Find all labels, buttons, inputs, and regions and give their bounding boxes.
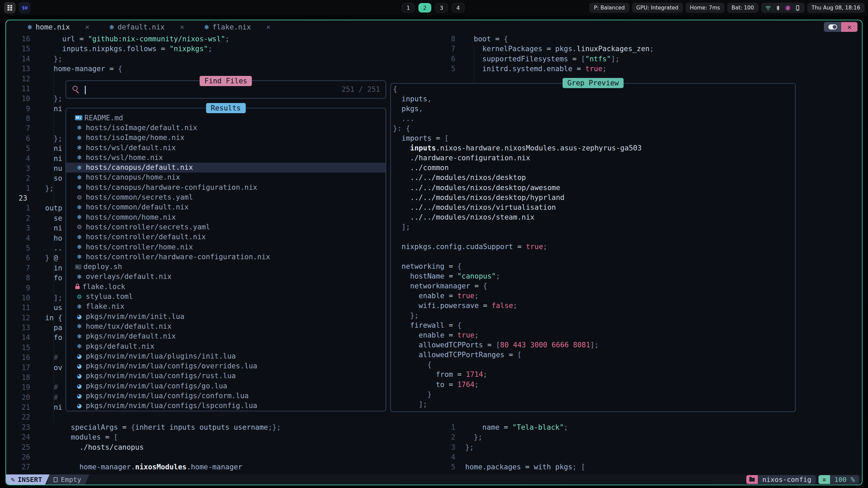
nix-file-icon: ❄ bbox=[75, 164, 84, 171]
line-number: 23 bbox=[12, 423, 30, 432]
line-number: 17 bbox=[12, 363, 30, 373]
nix-file-icon: ❄ bbox=[75, 303, 84, 310]
status-module[interactable]: GPU: Integrated bbox=[632, 3, 683, 13]
code-line[interactable]: boot = { bbox=[465, 34, 508, 44]
result-item[interactable]: ❄hosts/canopus/hardware-configuration.ni… bbox=[66, 182, 386, 192]
result-item[interactable]: ❄hosts/wsl/home.nix bbox=[66, 152, 386, 162]
clock-module[interactable]: Thu Aug 08, 18:16 bbox=[807, 3, 865, 13]
workspace-button-3[interactable]: 3 bbox=[435, 3, 448, 13]
pin-toggle-button[interactable] bbox=[824, 22, 841, 32]
result-item[interactable]: ❄hosts/controller/hardware-configuration… bbox=[66, 252, 386, 262]
result-item[interactable]: ❄hosts/isoImage/home.nix bbox=[66, 133, 386, 143]
code-line[interactable]: # bbox=[45, 353, 58, 363]
tab-close-icon[interactable]: × bbox=[85, 23, 90, 31]
code-line[interactable]: url = "github:nix-community/nixos-wsl"; bbox=[45, 34, 230, 44]
code-line[interactable]: initrd.systemd.enable = true; bbox=[465, 64, 607, 74]
code-line[interactable]: modules = [ bbox=[45, 432, 118, 442]
code-line[interactable]: # bbox=[45, 383, 58, 392]
result-item[interactable]: flake.lock bbox=[66, 282, 386, 291]
preview-line: from = 1714; bbox=[393, 370, 487, 380]
system-tray[interactable] bbox=[761, 3, 805, 13]
line-number: 15 bbox=[12, 343, 30, 353]
result-item[interactable]: ❄pkgs/nvim/default.nix bbox=[66, 331, 386, 341]
lua-file-icon: ◕ bbox=[75, 392, 84, 399]
code-line[interactable]: }; bbox=[45, 184, 54, 194]
finder-results: M↓README.md❄hosts/isoImage/default.nix❄h… bbox=[65, 108, 386, 411]
result-item[interactable]: ❄overlays/default.nix bbox=[66, 272, 386, 282]
tab-home.nix[interactable]: ❄home.nix× bbox=[27, 20, 90, 34]
nix-file-icon: ❄ bbox=[75, 243, 84, 250]
result-item[interactable]: ❄pkgs/default.nix bbox=[66, 341, 386, 351]
result-item[interactable]: ❄hosts/wsl/default.nix bbox=[66, 143, 386, 152]
result-item[interactable]: ⚙stylua.toml bbox=[66, 291, 386, 301]
line-number: 16 bbox=[12, 353, 30, 363]
result-item[interactable]: ◕pkgs/nvim/nvim/lua/configs/go.lua bbox=[66, 381, 386, 391]
result-item[interactable]: ◕pkgs/nvim/nvim/lua/configs/lspconfig.lu… bbox=[66, 401, 386, 411]
status-module[interactable]: Home: 7ms bbox=[686, 3, 725, 13]
code-line[interactable]: # bbox=[45, 393, 58, 403]
tab-close-icon[interactable]: × bbox=[180, 23, 184, 31]
code-line[interactable]: inputs.nixpkgs.follows = "nixpkgs"; bbox=[45, 44, 212, 54]
preview-line: networking = { bbox=[393, 262, 461, 271]
result-item[interactable]: >_deploy.sh bbox=[66, 262, 386, 272]
privacy-icon[interactable] bbox=[785, 5, 791, 11]
code-line[interactable]: home-manager.nixosModules.home-manager bbox=[45, 462, 242, 472]
lua-file-icon: ◕ bbox=[75, 363, 84, 369]
result-item[interactable]: ❄hosts/controller/home.nix bbox=[66, 242, 386, 252]
result-filename: hosts/controller/home.nix bbox=[86, 243, 193, 251]
workspace-button-4[interactable]: 4 bbox=[452, 3, 465, 13]
status-module[interactable]: Bat: 100 bbox=[727, 3, 758, 13]
tab-flake.nix[interactable]: ❄flake.nix× bbox=[204, 20, 270, 34]
result-item[interactable]: ⚙hosts/controller/secrets.yaml bbox=[66, 222, 386, 232]
result-item[interactable]: ❄hosts/common/default.nix bbox=[66, 202, 386, 212]
bluetooth-icon[interactable] bbox=[775, 5, 781, 11]
window-close-button[interactable]: ✕ bbox=[841, 22, 857, 32]
status-module[interactable]: P: Balanced bbox=[589, 3, 629, 13]
result-item[interactable]: ◕pkgs/nvim/nvim/lua/configs/conform.lua bbox=[66, 391, 386, 401]
result-item[interactable]: ❄hosts/isoImage/default.nix bbox=[66, 123, 386, 133]
code-line[interactable]: }; bbox=[45, 54, 62, 64]
workspace-button-2[interactable]: 2 bbox=[418, 3, 431, 13]
tab-close-icon[interactable]: × bbox=[266, 23, 271, 31]
code-line[interactable]: home-manager = { bbox=[45, 64, 122, 74]
result-item[interactable]: ❄hosts/common/home.nix bbox=[66, 212, 386, 222]
result-item[interactable]: ◕pkgs/nvim/nvim/init.lua bbox=[66, 311, 386, 321]
line-number: 1 bbox=[12, 184, 30, 194]
nix-file-icon: ❄ bbox=[75, 134, 84, 141]
lua-file-icon: ◕ bbox=[75, 313, 84, 320]
code-line[interactable]: ni bbox=[45, 223, 62, 233]
result-item[interactable]: ◕pkgs/nvim/nvim/lua/configs/rust.lua bbox=[66, 371, 386, 381]
code-line[interactable]: }; bbox=[465, 443, 474, 452]
line-number: 5 bbox=[437, 64, 455, 74]
line-number: 11 bbox=[12, 303, 30, 313]
tab-default.nix[interactable]: ❄default.nix× bbox=[109, 20, 184, 34]
result-item[interactable]: ❄flake.nix bbox=[66, 302, 386, 311]
result-item[interactable]: ◕pkgs/nvim/nvim/lua/configs/overrides.lu… bbox=[66, 361, 386, 371]
code-line[interactable]: }; bbox=[465, 432, 482, 442]
code-line[interactable]: name = "Tela-black"; bbox=[465, 423, 568, 432]
result-filename: hosts/common/home.nix bbox=[86, 213, 176, 221]
result-item[interactable]: ❄hosts/canopus/default.nix bbox=[66, 163, 386, 172]
code-line[interactable]: supportedFilesystems = ["ntfs"]; bbox=[465, 54, 619, 64]
code-line[interactable]: kernelPackages = pkgs.linuxPackages_zen; bbox=[465, 44, 654, 54]
workspace-button-1[interactable]: 1 bbox=[402, 3, 415, 13]
indent-guide bbox=[54, 234, 54, 424]
result-item[interactable]: ◕pkgs/nvim/nvim/lua/plugins/init.lua bbox=[66, 351, 386, 361]
result-item[interactable]: ⚙hosts/common/secrets.yaml bbox=[66, 192, 386, 202]
code-line[interactable]: home.packages = with pkgs; [ bbox=[465, 462, 585, 472]
result-item[interactable]: ❄home/tux/default.nix bbox=[66, 321, 386, 331]
wifi-icon[interactable] bbox=[765, 5, 771, 11]
result-item[interactable]: ❄hosts/canopus/home.nix bbox=[66, 172, 386, 182]
code-line[interactable]: } @ bbox=[45, 253, 58, 263]
launcher-button[interactable] bbox=[4, 2, 16, 14]
line-number: 12 bbox=[12, 313, 30, 323]
preview-line: { bbox=[393, 360, 432, 370]
logo-button[interactable]: $W bbox=[19, 2, 31, 14]
phone-icon[interactable] bbox=[795, 5, 801, 11]
result-item[interactable]: ❄hosts/controller/default.nix bbox=[66, 232, 386, 242]
preview-line: to = 1764; bbox=[393, 380, 479, 390]
lock-file-icon bbox=[75, 284, 80, 289]
result-item[interactable]: M↓README.md bbox=[66, 113, 386, 123]
code-line[interactable]: ./hosts/canopus bbox=[45, 443, 144, 452]
code-line[interactable]: specialArgs = {inherit inputs outputs us… bbox=[45, 423, 281, 432]
